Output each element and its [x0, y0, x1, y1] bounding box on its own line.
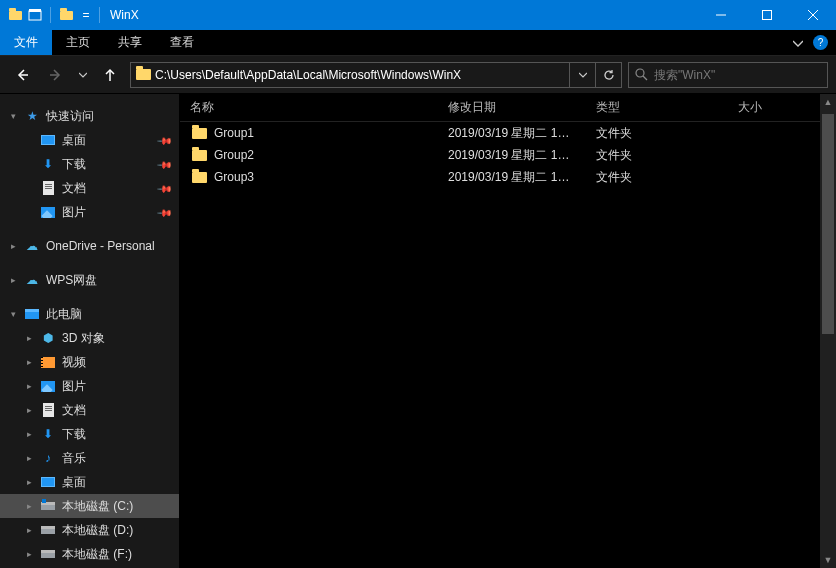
list-item[interactable]: Group22019/03/19 星期二 1…文件夹 — [180, 144, 836, 166]
sidebar-this-pc[interactable]: ▾ 此电脑 — [0, 302, 179, 326]
sidebar-item[interactable]: 文档📌 — [0, 176, 179, 200]
video-icon — [40, 354, 56, 370]
body: ▾ ★ 快速访问 桌面📌⬇下载📌文档📌图片📌 ▸ ☁ OneDrive - Pe… — [0, 94, 836, 568]
cell-type: 文件夹 — [596, 169, 738, 186]
column-date[interactable]: 修改日期 — [448, 99, 596, 116]
desktop-icon — [40, 132, 56, 148]
sidebar-label: 此电脑 — [46, 306, 82, 323]
sidebar-item[interactable]: ▸⬢3D 对象 — [0, 326, 179, 350]
chevron-right-icon[interactable]: ▸ — [24, 453, 34, 463]
document-icon — [40, 180, 56, 196]
sidebar-wps[interactable]: ▸ ☁ WPS网盘 — [0, 268, 179, 292]
column-name[interactable]: 名称 — [190, 99, 448, 116]
picture-icon — [40, 378, 56, 394]
cell-name: Group3 — [214, 170, 448, 184]
sidebar-item-label: 3D 对象 — [62, 330, 105, 347]
drive-icon — [40, 522, 56, 538]
chevron-right-icon[interactable]: ▸ — [24, 501, 34, 511]
scrollbar[interactable]: ▲ ▼ — [820, 94, 836, 568]
search-box[interactable] — [628, 62, 828, 88]
chevron-down-icon[interactable]: ▾ — [8, 111, 18, 121]
help-icon[interactable]: ? — [813, 35, 828, 50]
folder-icon — [190, 168, 208, 186]
folder-icon — [6, 6, 24, 24]
pin-icon: 📌 — [157, 132, 173, 148]
svg-rect-3 — [763, 11, 772, 20]
list-item[interactable]: Group32019/03/19 星期二 1…文件夹 — [180, 166, 836, 188]
drive-icon — [40, 498, 56, 514]
close-button[interactable] — [790, 0, 836, 30]
minimize-button[interactable] — [698, 0, 744, 30]
chevron-right-icon[interactable]: ▸ — [24, 405, 34, 415]
sidebar-item-label: 图片 — [62, 378, 86, 395]
divider — [50, 7, 51, 23]
sidebar-item[interactable]: ⬇下载📌 — [0, 152, 179, 176]
chevron-right-icon[interactable]: ▸ — [24, 477, 34, 487]
scroll-down-icon[interactable]: ▼ — [820, 552, 836, 568]
cell-date: 2019/03/19 星期二 1… — [448, 169, 596, 186]
chevron-down-icon[interactable]: ▾ — [8, 309, 18, 319]
address-bar[interactable] — [130, 62, 622, 88]
tab-share[interactable]: 共享 — [104, 30, 156, 55]
sidebar-onedrive[interactable]: ▸ ☁ OneDrive - Personal — [0, 234, 179, 258]
properties-icon[interactable] — [26, 6, 44, 24]
file-list: Group12019/03/19 星期二 1…文件夹Group22019/03/… — [180, 122, 836, 188]
desktop-icon — [40, 474, 56, 490]
address-input[interactable] — [155, 63, 569, 87]
chevron-right-icon[interactable]: ▸ — [24, 333, 34, 343]
sidebar-item[interactable]: 图片📌 — [0, 200, 179, 224]
sidebar-item[interactable]: ▸文档 — [0, 398, 179, 422]
column-headers: 名称 修改日期 类型 大小 — [180, 94, 836, 122]
up-button[interactable] — [96, 63, 124, 87]
tab-home[interactable]: 主页 — [52, 30, 104, 55]
cell-date: 2019/03/19 星期二 1… — [448, 125, 596, 142]
refresh-button[interactable] — [595, 63, 621, 87]
folder-qat-icon[interactable] — [57, 6, 75, 24]
recent-dropdown-icon[interactable] — [76, 63, 90, 87]
chevron-right-icon[interactable]: ▸ — [24, 525, 34, 535]
qat-dropdown-icon[interactable]: = — [77, 6, 95, 24]
window-title: WinX — [110, 8, 139, 22]
maximize-button[interactable] — [744, 0, 790, 30]
download-icon: ⬇ — [40, 156, 56, 172]
file-tab[interactable]: 文件 — [0, 30, 52, 55]
search-input[interactable] — [654, 68, 821, 82]
tab-view[interactable]: 查看 — [156, 30, 208, 55]
scroll-up-icon[interactable]: ▲ — [820, 94, 836, 110]
back-button[interactable] — [8, 63, 36, 87]
content-area: 名称 修改日期 类型 大小 Group12019/03/19 星期二 1…文件夹… — [180, 94, 836, 568]
cell-type: 文件夹 — [596, 147, 738, 164]
sidebar-item[interactable]: ▸桌面 — [0, 470, 179, 494]
scroll-thumb[interactable] — [822, 114, 834, 334]
svg-rect-1 — [29, 9, 41, 12]
chevron-right-icon[interactable]: ▸ — [24, 381, 34, 391]
address-dropdown-icon[interactable] — [569, 63, 595, 87]
music-icon: ♪ — [40, 450, 56, 466]
drive-icon — [40, 546, 56, 562]
sidebar-item[interactable]: ▸⬇下载 — [0, 422, 179, 446]
divider — [99, 7, 100, 23]
sidebar-item[interactable]: ▸本地磁盘 (D:) — [0, 518, 179, 542]
sidebar-item-label: 桌面 — [62, 474, 86, 491]
address-folder-icon — [131, 69, 155, 80]
sidebar-item-label: 图片 — [62, 204, 86, 221]
sidebar-item[interactable]: ▸图片 — [0, 374, 179, 398]
sidebar-item[interactable]: ▸视频 — [0, 350, 179, 374]
svg-line-10 — [643, 76, 647, 80]
sidebar-quick-access[interactable]: ▾ ★ 快速访问 — [0, 104, 179, 128]
pc-icon — [24, 306, 40, 322]
ribbon: 文件 主页 共享 查看 ? — [0, 30, 836, 56]
sidebar-item[interactable]: ▸本地磁盘 (C:) — [0, 494, 179, 518]
chevron-right-icon[interactable]: ▸ — [24, 429, 34, 439]
chevron-right-icon[interactable]: ▸ — [24, 357, 34, 367]
list-item[interactable]: Group12019/03/19 星期二 1…文件夹 — [180, 122, 836, 144]
sidebar-item[interactable]: 桌面📌 — [0, 128, 179, 152]
ribbon-expand-icon[interactable] — [793, 38, 803, 48]
chevron-right-icon[interactable]: ▸ — [24, 549, 34, 559]
chevron-right-icon[interactable]: ▸ — [8, 275, 18, 285]
sidebar-item[interactable]: ▸♪音乐 — [0, 446, 179, 470]
chevron-right-icon[interactable]: ▸ — [8, 241, 18, 251]
column-type[interactable]: 类型 — [596, 99, 738, 116]
sidebar-item[interactable]: ▸本地磁盘 (F:) — [0, 542, 179, 566]
forward-button[interactable] — [42, 63, 70, 87]
